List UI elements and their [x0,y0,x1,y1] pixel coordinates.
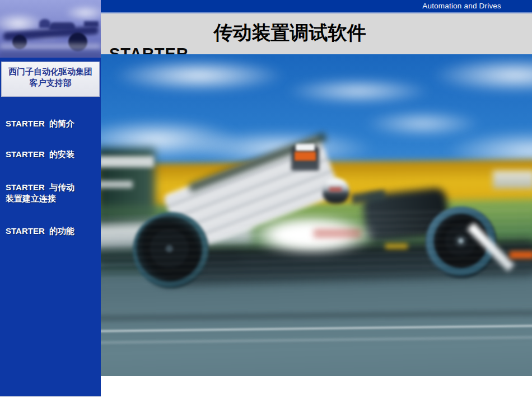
sidebar-item-starter-install[interactable]: STARTER 的安装 [6,149,100,160]
driver-helmet-stripe [329,187,342,191]
org-line2: 客户支持部 [2,77,99,88]
slide-root: Automation and Drives 传动装置调试软件 STARTER 西… [0,0,532,399]
race-car-airbox-orange [295,152,316,161]
org-line1: 西门子自动化驱动集团 [2,66,99,77]
top-bar: Automation and Drives [101,0,532,13]
cloud [431,57,532,93]
race-car-camera-pod [296,144,315,151]
org-box: 西门子自动化驱动集团 客户支持部 [1,62,100,97]
photo-car-airbox [39,19,50,28]
cloud [112,59,286,92]
hero-image [101,54,532,376]
photo-cloud [64,4,101,21]
trackside-board-sign [101,156,154,167]
brand-text: Automation and Drives [422,2,501,10]
sidebar-race-car-photo [0,0,101,58]
motion-blur-streaks [101,204,532,284]
trackside-board-sign [101,181,133,188]
title-area: 传动装置调试软件 STARTER [101,13,532,54]
sidebar-item-starter-intro[interactable]: STARTER 的简介 [6,118,100,129]
slide-title: 传动装置调试软件 [101,20,479,46]
sidebar-item-starter-functions[interactable]: STARTER 的功能 [6,226,100,237]
sidebar-item-starter-connect[interactable]: STARTER 与传动 装置建立连接 [6,182,100,204]
photo-ground [0,49,101,58]
sidebar: 西门子自动化驱动集团 客户支持部 STARTER 的简介 STARTER 的安装… [0,0,101,397]
race-car-rear-wing [493,171,532,189]
cloud [286,78,431,105]
cloud [364,110,482,137]
